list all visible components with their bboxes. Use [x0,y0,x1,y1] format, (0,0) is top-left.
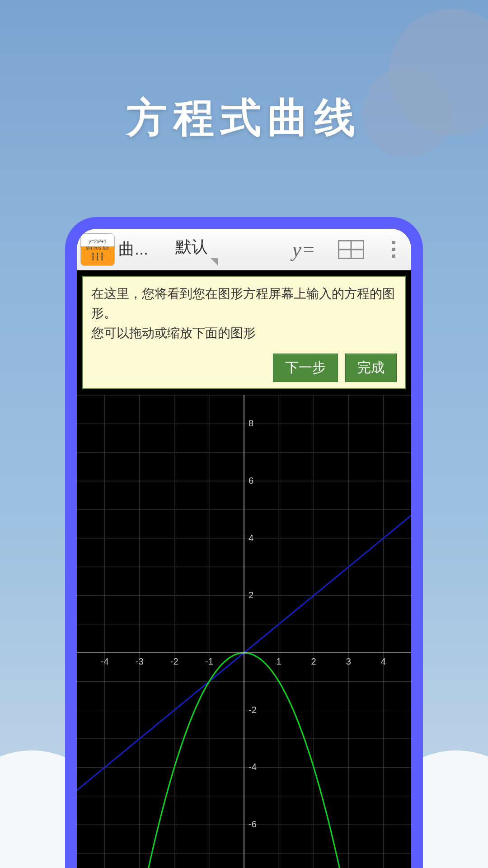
app-icon-dots: ┇┇┇ [91,253,104,260]
kebab-menu-icon[interactable] [387,241,400,258]
chevron-down-icon [211,258,218,265]
svg-text:2: 2 [311,656,316,666]
svg-text:-1: -1 [205,656,213,666]
graph-canvas[interactable]: -4-3-2-11234-8-6-4-22468 [77,395,411,868]
y-equals-button[interactable]: y= [292,237,315,261]
hint-line2: 您可以拖动或缩放下面的图形 [91,323,397,343]
app-toolbar: y=2x²+1 sin cos tan ┇┇┇ 曲... 默认 y= [77,229,411,270]
phone-frame: y=2x²+1 sin cos tan ┇┇┇ 曲... 默认 y= 在这里，您… [65,217,423,868]
toolbar-dropdown-label: 默认 [175,236,208,267]
svg-text:-4: -4 [249,762,257,772]
table-icon[interactable] [338,240,364,259]
svg-text:4: 4 [249,533,253,543]
svg-text:8: 8 [249,419,253,429]
svg-text:-4: -4 [101,656,109,666]
svg-text:-3: -3 [136,656,144,666]
svg-text:-2: -2 [170,656,178,666]
svg-text:2: 2 [249,590,253,600]
hero-title: 方程式曲线 [0,90,488,146]
svg-text:-6: -6 [249,819,257,829]
hint-panel: 在这里，您将看到您在图形方程屏幕上输入的方程的图形。 您可以拖动或缩放下面的图形… [82,276,406,389]
svg-text:6: 6 [249,476,253,486]
hint-line1: 在这里，您将看到您在图形方程屏幕上输入的方程的图形。 [91,284,397,323]
next-button[interactable]: 下一步 [273,354,338,382]
toolbar-title: 曲... [118,238,148,260]
app-icon[interactable]: y=2x²+1 sin cos tan ┇┇┇ [80,233,115,266]
svg-text:-2: -2 [249,705,257,715]
app-screen: y=2x²+1 sin cos tan ┇┇┇ 曲... 默认 y= 在这里，您… [77,229,411,868]
svg-text:3: 3 [346,656,351,666]
svg-text:4: 4 [381,656,386,666]
done-button[interactable]: 完成 [345,354,397,382]
toolbar-dropdown[interactable]: 默认 [175,229,218,270]
graph-svg: -4-3-2-11234-8-6-4-22468 [77,395,411,868]
app-icon-line2: sin cos tan [86,245,110,250]
svg-text:1: 1 [277,656,282,666]
app-icon-line1: y=2x²+1 [89,239,107,244]
